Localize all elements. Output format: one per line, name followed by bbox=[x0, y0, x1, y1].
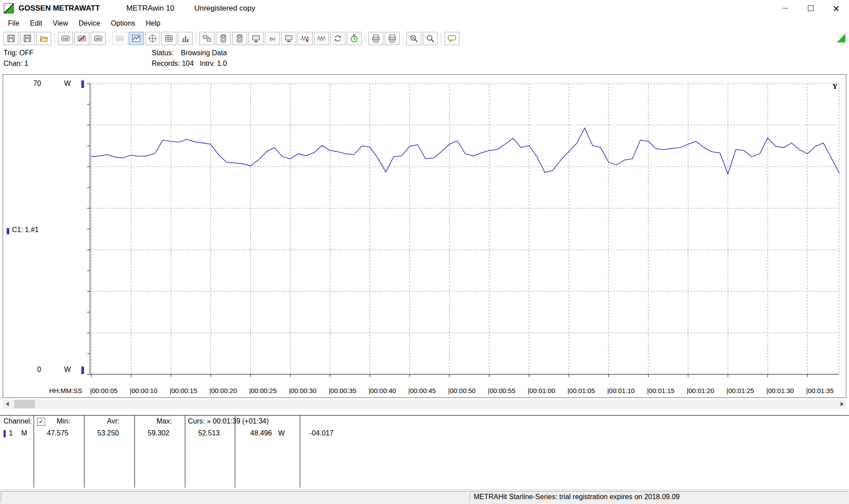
close-button[interactable]: × bbox=[823, 0, 849, 16]
x-tick-label: |00:00:50 bbox=[448, 387, 475, 394]
x-tick-label: |00:00:20 bbox=[210, 387, 237, 394]
save-button[interactable] bbox=[4, 32, 19, 45]
x-tick-label: |00:01:30 bbox=[766, 387, 794, 394]
minimize-button[interactable] bbox=[772, 0, 798, 16]
toolbar-separator bbox=[54, 33, 55, 44]
connection-status-icon bbox=[837, 34, 845, 42]
table-view-button[interactable] bbox=[161, 32, 176, 45]
records-count: Records: 104 bbox=[152, 60, 194, 68]
cell-mode: M bbox=[21, 429, 27, 437]
x-tick-label: |00:00:40 bbox=[368, 387, 396, 394]
monitor-view-button[interactable] bbox=[249, 32, 264, 45]
zoom-out-icon bbox=[426, 34, 435, 43]
cell-channel: 1 bbox=[9, 429, 13, 437]
waveform-button[interactable] bbox=[314, 32, 329, 45]
trend-plot[interactable]: Y bbox=[90, 84, 839, 374]
scroll-right-button[interactable] bbox=[838, 400, 846, 409]
status-panel: Trig: OFF Chan: 1 Status: Browsing Data … bbox=[0, 46, 849, 74]
cursor-handle[interactable]: Y bbox=[832, 83, 838, 90]
numeric-display-off-button[interactable]: 888 bbox=[74, 32, 89, 45]
numeric-display-icon: 888 bbox=[61, 34, 70, 43]
waveform-clear-button[interactable] bbox=[298, 32, 313, 45]
bargraph-view-button[interactable] bbox=[178, 32, 193, 45]
cell-cursor-a: 52.513 bbox=[198, 429, 220, 437]
zoom-out-button[interactable] bbox=[423, 32, 438, 45]
print-preview-icon bbox=[388, 34, 397, 43]
channel-color-marker bbox=[4, 430, 6, 437]
statusbar-left-field bbox=[1, 491, 468, 503]
device-config-button[interactable] bbox=[216, 32, 231, 45]
app-title: METRAwin 10 bbox=[126, 4, 174, 13]
save-as-icon bbox=[23, 34, 32, 43]
maximize-button[interactable] bbox=[798, 0, 823, 16]
numeric-display-alt-button[interactable]: 888 bbox=[91, 32, 106, 45]
panel-display-icon bbox=[284, 34, 293, 43]
comment-button[interactable] bbox=[444, 32, 459, 45]
numeric-display-alt-icon: 888 bbox=[94, 34, 103, 43]
menu-bar: FileEditViewDeviceOptionsHelp bbox=[0, 16, 849, 30]
col-header-min: Min: bbox=[57, 417, 70, 425]
print-button[interactable] bbox=[368, 32, 383, 45]
panel-display-button[interactable] bbox=[281, 32, 296, 45]
toolbar-separator bbox=[109, 33, 109, 44]
table-divider bbox=[134, 416, 135, 488]
close-icon: × bbox=[833, 3, 839, 14]
x-tick-label: |00:01:25 bbox=[727, 387, 754, 394]
bargraph-view-icon bbox=[181, 34, 190, 43]
save-as-button[interactable] bbox=[20, 32, 35, 45]
menu-edit[interactable]: Edit bbox=[25, 18, 48, 29]
status-bar: METRAHit Starline-Series: trial registra… bbox=[0, 489, 849, 504]
channel-visible-checkbox[interactable]: ✓ bbox=[37, 418, 45, 426]
channel-status: Chan: 1 bbox=[4, 60, 28, 68]
maximize-icon bbox=[808, 5, 814, 11]
col-header-cursor: Curs: » 00:01:39 (+01:34) bbox=[188, 417, 269, 425]
trigger-status: Trig: OFF bbox=[4, 49, 34, 57]
comment-icon bbox=[447, 34, 456, 43]
monitor-view-icon bbox=[252, 34, 260, 43]
svg-text:M: M bbox=[412, 36, 414, 39]
trend-chart-view-button[interactable] bbox=[129, 32, 144, 45]
data-refresh-icon bbox=[333, 34, 342, 43]
cell-unit: W bbox=[278, 429, 285, 437]
formula-button[interactable]: f(x) bbox=[265, 32, 280, 45]
print-preview-button[interactable] bbox=[385, 32, 400, 45]
menu-help[interactable]: Help bbox=[141, 18, 166, 29]
open-button[interactable] bbox=[36, 32, 51, 45]
scroll-left-button[interactable] bbox=[3, 400, 11, 409]
numeric-display-button[interactable]: 888 bbox=[58, 32, 73, 45]
data-refresh-button[interactable] bbox=[330, 32, 345, 45]
minimize-icon bbox=[782, 8, 788, 8]
menu-file[interactable]: File bbox=[3, 18, 25, 29]
device-config-icon bbox=[219, 34, 228, 43]
col-header-channel: Channel: bbox=[4, 417, 32, 425]
y-unit-bottom-label: W bbox=[64, 366, 71, 374]
channel-range-marker-top bbox=[81, 80, 84, 88]
x-tick-label: |00:01:20 bbox=[687, 387, 714, 394]
status-value: Browsing Data bbox=[181, 49, 227, 57]
waveform-icon bbox=[317, 34, 326, 43]
app-logo-icon bbox=[4, 3, 15, 14]
zoom-in-button[interactable]: M bbox=[406, 32, 421, 45]
menu-view[interactable]: View bbox=[47, 18, 73, 29]
channel-label: C1: 1.#1 bbox=[12, 226, 38, 234]
x-tick-label: |00:00:25 bbox=[249, 387, 276, 394]
device-measure-button[interactable] bbox=[232, 32, 247, 45]
trend-chart-view-icon bbox=[132, 34, 141, 43]
time-scrollbar[interactable] bbox=[3, 400, 846, 409]
device-connect-button[interactable] bbox=[199, 32, 214, 45]
right-arrow-icon bbox=[841, 402, 844, 406]
timer-button[interactable] bbox=[347, 32, 362, 45]
chart-area[interactable]: 70 W 0 W C1: 1.#1 HH:MM:SS Y |00:00:05|0… bbox=[3, 74, 846, 398]
cell-avr: 53.250 bbox=[97, 429, 119, 437]
menu-options[interactable]: Options bbox=[106, 18, 141, 29]
y-max-label: 70 bbox=[26, 80, 41, 88]
cell-min: 47.575 bbox=[47, 429, 69, 437]
multimeter-view-button[interactable]: 888 bbox=[112, 32, 127, 45]
scrollbar-thumb[interactable] bbox=[14, 400, 35, 409]
toolbar-separator bbox=[403, 33, 403, 44]
scope-view-button[interactable] bbox=[145, 32, 160, 45]
status-label: Status: bbox=[152, 49, 174, 57]
menu-device[interactable]: Device bbox=[73, 18, 106, 29]
device-measure-icon bbox=[235, 34, 244, 43]
col-header-avr: Avr: bbox=[107, 417, 119, 425]
